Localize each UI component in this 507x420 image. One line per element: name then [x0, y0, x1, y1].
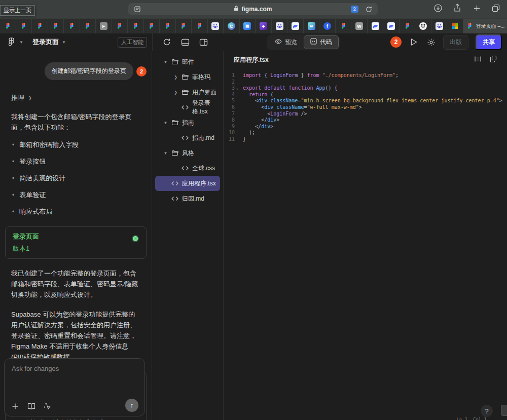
pinned-tab[interactable]: AI — [304, 18, 320, 33]
line-number: 1 — [224, 72, 235, 79]
tree-item-用户界面[interactable]: ❯用户界面 — [155, 85, 220, 100]
chevron-down-icon[interactable]: ▼ — [62, 40, 66, 45]
pinned-tab[interactable] — [32, 18, 48, 33]
feature-label: 登录按钮 — [19, 157, 46, 166]
tree-item-指南.md[interactable]: 指南.md — [155, 130, 220, 145]
share-button[interactable]: 共享 — [476, 34, 502, 50]
send-button[interactable]: ↑ — [125, 399, 138, 412]
pinned-tab[interactable] — [336, 18, 352, 33]
tree-item-全球.css[interactable]: 全球.css — [155, 161, 220, 176]
pinned-tab[interactable] — [447, 18, 463, 33]
tree-item-登录表格.tsx[interactable]: 登录表格.tsx — [155, 100, 220, 115]
preview-tab[interactable]: 预览 — [268, 35, 304, 49]
chevron-down-icon[interactable]: ▼ — [163, 60, 168, 64]
chevron-down-icon[interactable]: ▼ — [163, 121, 168, 125]
tree-item-归因.md[interactable]: 归因.md — [155, 191, 220, 206]
pinned-tab[interactable] — [272, 18, 288, 33]
address-bar[interactable]: figma.com 文 — [128, 3, 378, 15]
code-tab[interactable]: 代码 — [304, 35, 339, 49]
figma-menu-logo-icon[interactable] — [6, 37, 16, 47]
bullet-icon: • — [12, 207, 14, 216]
bottom-panel-icon[interactable] — [180, 37, 190, 47]
side-panel-icon[interactable] — [198, 37, 208, 47]
tree-item-菲格玛[interactable]: ❯菲格玛 — [155, 69, 220, 85]
figma-favicon — [196, 22, 203, 30]
pinned-tab[interactable] — [287, 18, 304, 33]
pinned-tab[interactable] — [48, 18, 64, 33]
fold-spacer — [235, 104, 240, 111]
pinned-tab[interactable]: C — [224, 18, 240, 33]
code-text: import { LoginForm } from "./components/… — [240, 72, 399, 79]
pinned-tab[interactable]: f — [319, 18, 336, 33]
pinned-tab[interactable] — [128, 18, 144, 33]
pinned-tab[interactable] — [0, 18, 16, 33]
notification-badge[interactable]: 2 — [390, 36, 402, 48]
downloads-icon[interactable] — [433, 3, 443, 13]
ai-sparkle-icon[interactable] — [43, 402, 52, 411]
pinned-tab[interactable]: ◆ — [256, 18, 272, 33]
reload-icon[interactable] — [364, 4, 374, 14]
refresh-icon[interactable] — [162, 37, 172, 47]
tree-item-应用程序.tsx[interactable]: 应用程序.tsx — [155, 176, 220, 191]
pinned-tab[interactable] — [176, 18, 192, 33]
tree-item-部件[interactable]: ▼部件 — [155, 54, 220, 69]
share-icon[interactable] — [452, 3, 462, 13]
paw-favicon — [211, 22, 219, 30]
pinned-tab[interactable] — [208, 18, 224, 33]
pinned-tab[interactable] — [16, 18, 32, 33]
line-number: 4 — [224, 92, 235, 98]
chevron-down-icon[interactable]: ▼ — [163, 151, 168, 156]
chat-input[interactable]: Ask for changes ↑ — [4, 358, 145, 416]
figma-make-window: 显示上一页 figma.com 文 — [0, 0, 507, 420]
wrap-text-icon[interactable] — [474, 55, 482, 64]
chevron-right-icon[interactable]: ❯ — [173, 90, 178, 95]
play-icon[interactable] — [409, 37, 419, 47]
pinned-tab[interactable] — [112, 18, 128, 33]
browser-chrome: 显示上一页 figma.com 文 — [0, 0, 507, 18]
pinned-tab[interactable]: W — [351, 18, 368, 33]
pinned-tab[interactable] — [144, 18, 160, 33]
tree-item-指南[interactable]: ▼指南 — [155, 115, 220, 130]
fold-spacer — [235, 111, 240, 118]
new-tab-icon[interactable] — [472, 3, 482, 13]
code-text: return ( — [240, 92, 273, 98]
guidelines-book-icon[interactable] — [27, 402, 36, 411]
reasoning-label: 推理 — [11, 93, 24, 102]
pinned-tab[interactable] — [368, 18, 384, 33]
attach-icon[interactable] — [11, 402, 20, 411]
pinned-tab[interactable] — [400, 18, 416, 33]
message-count-badge[interactable]: 2 — [136, 66, 147, 77]
translate-icon[interactable]: 文 — [351, 6, 358, 13]
pinned-tab[interactable] — [160, 18, 176, 33]
tab-strip: FC▣◆AIfW 登录页面 –... — [0, 18, 507, 33]
reasoning-toggle[interactable]: 推理 ❯ — [11, 93, 152, 102]
pinned-tab[interactable] — [192, 18, 208, 33]
chevron-right-icon[interactable]: ❯ — [173, 75, 178, 80]
help-button[interactable]: ? — [481, 405, 493, 417]
fold-chevron-icon[interactable]: ⌄ — [235, 85, 240, 92]
pinned-tab[interactable] — [383, 18, 400, 33]
file-title[interactable]: 登录页面 — [32, 37, 59, 47]
tab-overview-icon[interactable] — [491, 3, 501, 13]
line-number: 3 — [224, 85, 235, 92]
gear-icon[interactable] — [426, 37, 436, 47]
pinned-tab[interactable] — [80, 18, 96, 33]
pinned-tab[interactable] — [431, 18, 448, 33]
bullet-icon: • — [12, 174, 14, 183]
code-line: 3⌄export default function App() { — [224, 85, 507, 92]
pinned-tab[interactable]: ▣ — [240, 18, 256, 33]
tree-item-label: 风格 — [182, 149, 194, 158]
fold-spacer — [235, 117, 240, 124]
feature-item: •简洁美观的设计 — [12, 174, 140, 183]
tree-item-风格[interactable]: ▼风格 — [155, 145, 220, 161]
active-tab[interactable]: 登录页面 –... — [463, 18, 507, 33]
pinned-tab[interactable]: F — [96, 18, 112, 33]
bullet-icon: • — [12, 140, 14, 149]
copy-icon[interactable] — [490, 55, 497, 64]
pinned-tab[interactable] — [415, 18, 431, 33]
publish-button[interactable]: 出版 — [443, 35, 468, 50]
version-card[interactable]: 登录页面 版本1 — [5, 226, 147, 259]
pinned-tab[interactable] — [64, 18, 80, 33]
chevron-down-icon[interactable]: ▼ — [19, 40, 23, 45]
code-area[interactable]: 1import { LoginForm } from "./components… — [224, 68, 507, 143]
